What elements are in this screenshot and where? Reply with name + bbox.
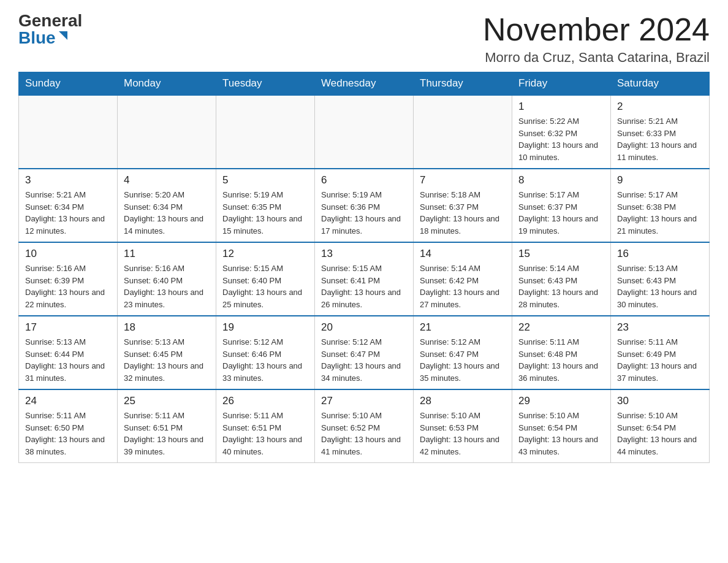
- day-number: 7: [420, 174, 506, 186]
- day-number: 17: [25, 321, 111, 334]
- calendar-table: Sunday Monday Tuesday Wednesday Thursday…: [18, 72, 710, 463]
- calendar-cell-w3-d5: 14Sunrise: 5:14 AM Sunset: 6:42 PM Dayli…: [414, 242, 512, 316]
- day-info: Sunrise: 5:15 AM Sunset: 6:40 PM Dayligh…: [222, 262, 308, 310]
- calendar-week-5: 24Sunrise: 5:11 AM Sunset: 6:50 PM Dayli…: [19, 389, 710, 463]
- calendar-cell-w1-d5: [414, 95, 512, 169]
- calendar-cell-w5-d7: 30Sunrise: 5:10 AM Sunset: 6:54 PM Dayli…: [611, 389, 710, 463]
- calendar-cell-w3-d6: 15Sunrise: 5:14 AM Sunset: 6:43 PM Dayli…: [512, 242, 611, 316]
- day-number: 20: [321, 321, 407, 334]
- calendar-cell-w1-d3: [216, 95, 315, 169]
- calendar-cell-w4-d4: 20Sunrise: 5:12 AM Sunset: 6:47 PM Dayli…: [315, 316, 414, 389]
- day-info: Sunrise: 5:19 AM Sunset: 6:35 PM Dayligh…: [222, 189, 308, 237]
- day-number: 3: [25, 174, 111, 186]
- calendar-cell-w2-d4: 6Sunrise: 5:19 AM Sunset: 6:36 PM Daylig…: [315, 169, 414, 242]
- calendar-cell-w3-d1: 10Sunrise: 5:16 AM Sunset: 6:39 PM Dayli…: [19, 242, 118, 316]
- day-number: 12: [222, 248, 308, 260]
- header-tuesday: Tuesday: [216, 72, 315, 96]
- title-section: November 2024 Morro da Cruz, Santa Catar…: [483, 12, 710, 66]
- day-number: 28: [420, 395, 506, 407]
- day-number: 30: [617, 395, 703, 407]
- day-info: Sunrise: 5:11 AM Sunset: 6:51 PM Dayligh…: [222, 410, 308, 458]
- day-number: 11: [124, 248, 210, 260]
- calendar-cell-w1-d1: [19, 95, 118, 169]
- calendar-week-2: 3Sunrise: 5:21 AM Sunset: 6:34 PM Daylig…: [19, 169, 710, 242]
- calendar-cell-w5-d1: 24Sunrise: 5:11 AM Sunset: 6:50 PM Dayli…: [19, 389, 118, 463]
- day-number: 24: [25, 395, 111, 407]
- calendar-cell-w4-d1: 17Sunrise: 5:13 AM Sunset: 6:44 PM Dayli…: [19, 316, 118, 389]
- day-info: Sunrise: 5:12 AM Sunset: 6:46 PM Dayligh…: [222, 336, 308, 384]
- calendar-cell-w5-d6: 29Sunrise: 5:10 AM Sunset: 6:54 PM Dayli…: [512, 389, 611, 463]
- day-number: 15: [518, 248, 604, 260]
- header-wednesday: Wednesday: [315, 72, 414, 96]
- logo-blue-text: Blue: [18, 29, 56, 47]
- calendar-cell-w1-d2: [118, 95, 216, 169]
- header-saturday: Saturday: [611, 72, 710, 96]
- day-info: Sunrise: 5:10 AM Sunset: 6:53 PM Dayligh…: [420, 410, 506, 458]
- day-info: Sunrise: 5:13 AM Sunset: 6:45 PM Dayligh…: [124, 336, 210, 384]
- day-info: Sunrise: 5:11 AM Sunset: 6:49 PM Dayligh…: [617, 336, 703, 384]
- day-info: Sunrise: 5:11 AM Sunset: 6:50 PM Dayligh…: [25, 410, 111, 458]
- day-number: 6: [321, 174, 407, 186]
- day-info: Sunrise: 5:19 AM Sunset: 6:36 PM Dayligh…: [321, 189, 407, 237]
- day-info: Sunrise: 5:10 AM Sunset: 6:54 PM Dayligh…: [518, 410, 604, 458]
- day-info: Sunrise: 5:20 AM Sunset: 6:34 PM Dayligh…: [124, 189, 210, 237]
- calendar-cell-w5-d3: 26Sunrise: 5:11 AM Sunset: 6:51 PM Dayli…: [216, 389, 315, 463]
- day-info: Sunrise: 5:12 AM Sunset: 6:47 PM Dayligh…: [321, 336, 407, 384]
- day-number: 9: [617, 174, 703, 186]
- day-number: 22: [518, 321, 604, 334]
- calendar-cell-w5-d2: 25Sunrise: 5:11 AM Sunset: 6:51 PM Dayli…: [118, 389, 216, 463]
- day-info: Sunrise: 5:17 AM Sunset: 6:38 PM Dayligh…: [617, 189, 703, 237]
- day-number: 18: [124, 321, 210, 334]
- calendar-header-row: Sunday Monday Tuesday Wednesday Thursday…: [19, 72, 710, 96]
- calendar-cell-w3-d4: 13Sunrise: 5:15 AM Sunset: 6:41 PM Dayli…: [315, 242, 414, 316]
- calendar-cell-w4-d3: 19Sunrise: 5:12 AM Sunset: 6:46 PM Dayli…: [216, 316, 315, 389]
- day-number: 13: [321, 248, 407, 260]
- logo-triangle-icon: [58, 30, 69, 41]
- calendar-cell-w5-d4: 27Sunrise: 5:10 AM Sunset: 6:52 PM Dayli…: [315, 389, 414, 463]
- location-text: Morro da Cruz, Santa Catarina, Brazil: [483, 50, 710, 66]
- day-number: 29: [518, 395, 604, 407]
- day-info: Sunrise: 5:13 AM Sunset: 6:44 PM Dayligh…: [25, 336, 111, 384]
- logo: General Blue: [18, 12, 82, 47]
- day-number: 8: [518, 174, 604, 186]
- day-number: 4: [124, 174, 210, 186]
- day-info: Sunrise: 5:14 AM Sunset: 6:43 PM Dayligh…: [518, 262, 604, 310]
- day-number: 5: [222, 174, 308, 186]
- day-info: Sunrise: 5:17 AM Sunset: 6:37 PM Dayligh…: [518, 189, 604, 237]
- calendar-week-1: 1Sunrise: 5:22 AM Sunset: 6:32 PM Daylig…: [19, 95, 710, 169]
- header-monday: Monday: [118, 72, 216, 96]
- calendar-cell-w4-d6: 22Sunrise: 5:11 AM Sunset: 6:48 PM Dayli…: [512, 316, 611, 389]
- day-info: Sunrise: 5:16 AM Sunset: 6:40 PM Dayligh…: [124, 262, 210, 310]
- day-info: Sunrise: 5:11 AM Sunset: 6:48 PM Dayligh…: [518, 336, 604, 384]
- day-number: 19: [222, 321, 308, 334]
- calendar-cell-w2-d5: 7Sunrise: 5:18 AM Sunset: 6:37 PM Daylig…: [414, 169, 512, 242]
- day-info: Sunrise: 5:14 AM Sunset: 6:42 PM Dayligh…: [420, 262, 506, 310]
- calendar-cell-w2-d7: 9Sunrise: 5:17 AM Sunset: 6:38 PM Daylig…: [611, 169, 710, 242]
- day-number: 1: [518, 101, 604, 113]
- header-sunday: Sunday: [19, 72, 118, 96]
- calendar-cell-w3-d7: 16Sunrise: 5:13 AM Sunset: 6:43 PM Dayli…: [611, 242, 710, 316]
- calendar-cell-w3-d2: 11Sunrise: 5:16 AM Sunset: 6:40 PM Dayli…: [118, 242, 216, 316]
- day-info: Sunrise: 5:13 AM Sunset: 6:43 PM Dayligh…: [617, 262, 703, 310]
- month-year-heading: November 2024: [483, 12, 710, 47]
- day-info: Sunrise: 5:15 AM Sunset: 6:41 PM Dayligh…: [321, 262, 407, 310]
- day-number: 21: [420, 321, 506, 334]
- calendar-cell-w2-d6: 8Sunrise: 5:17 AM Sunset: 6:37 PM Daylig…: [512, 169, 611, 242]
- page-header: General Blue November 2024 Morro da Cruz…: [18, 12, 710, 66]
- calendar-week-3: 10Sunrise: 5:16 AM Sunset: 6:39 PM Dayli…: [19, 242, 710, 316]
- day-info: Sunrise: 5:10 AM Sunset: 6:52 PM Dayligh…: [321, 410, 407, 458]
- header-thursday: Thursday: [414, 72, 512, 96]
- day-info: Sunrise: 5:18 AM Sunset: 6:37 PM Dayligh…: [420, 189, 506, 237]
- day-info: Sunrise: 5:21 AM Sunset: 6:33 PM Dayligh…: [617, 115, 703, 163]
- day-number: 10: [25, 248, 111, 260]
- calendar-cell-w5-d5: 28Sunrise: 5:10 AM Sunset: 6:53 PM Dayli…: [414, 389, 512, 463]
- calendar-cell-w2-d2: 4Sunrise: 5:20 AM Sunset: 6:34 PM Daylig…: [118, 169, 216, 242]
- day-number: 25: [124, 395, 210, 407]
- header-friday: Friday: [512, 72, 611, 96]
- logo-general-text: General: [18, 12, 82, 29]
- day-number: 16: [617, 248, 703, 260]
- day-number: 14: [420, 248, 506, 260]
- calendar-cell-w4-d5: 21Sunrise: 5:12 AM Sunset: 6:47 PM Dayli…: [414, 316, 512, 389]
- day-number: 23: [617, 321, 703, 334]
- calendar-cell-w1-d7: 2Sunrise: 5:21 AM Sunset: 6:33 PM Daylig…: [611, 95, 710, 169]
